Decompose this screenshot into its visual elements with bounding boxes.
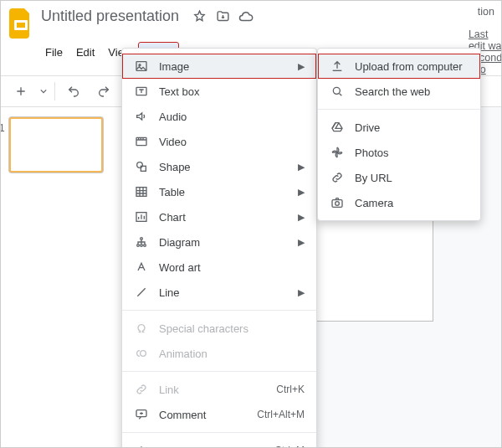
omega-icon [134, 321, 149, 336]
insert-item-chart[interactable]: Chart▶ [122, 204, 316, 229]
diagram-icon [134, 234, 149, 250]
menu-item-label: Special characters [159, 322, 305, 335]
table-icon [134, 184, 149, 199]
video-icon [134, 134, 149, 149]
svg-point-9 [137, 162, 143, 168]
chevron-down-icon[interactable] [39, 84, 48, 99]
insert-item-new-slide[interactable]: New slideCtrl+M [122, 438, 316, 448]
image-submenu-item-by-url[interactable]: By URL [318, 165, 480, 190]
svg-point-20 [333, 87, 340, 94]
svg-point-16 [144, 245, 146, 247]
menu-item-label: Comment [159, 409, 247, 421]
svg-point-15 [141, 245, 143, 247]
insert-item-image[interactable]: Image▶ [122, 54, 316, 79]
new-slide-button[interactable] [9, 80, 33, 103]
image-icon [134, 59, 149, 74]
menu-item-label: Upload from computer [355, 60, 469, 73]
move-to-folder-icon[interactable] [215, 9, 230, 24]
insert-item-animation: Animation [122, 341, 316, 366]
menu-item-label: Video [159, 136, 305, 148]
image-submenu-item-camera[interactable]: Camera [318, 190, 480, 215]
menu-item-label: Shape [159, 161, 288, 173]
svg-point-6 [139, 64, 141, 66]
insert-item-shape[interactable]: Shape▶ [122, 154, 316, 179]
slides-logo[interactable] [9, 4, 33, 43]
link-icon [134, 382, 149, 397]
separator [54, 82, 55, 100]
svg-rect-1 [17, 23, 25, 28]
insert-item-link: LinkCtrl+K [122, 377, 316, 402]
line-icon [134, 285, 149, 300]
upload-icon [330, 59, 345, 74]
cloud-status-icon[interactable] [238, 9, 254, 24]
menu-item-label: Diagram [159, 236, 288, 249]
menu-item-label: Image [159, 60, 288, 73]
audio-icon [134, 109, 149, 124]
comment-icon [134, 407, 149, 422]
menu-item-label: Table [159, 186, 288, 198]
url-icon [330, 170, 345, 185]
shape-icon [134, 159, 149, 174]
menu-separator [122, 310, 316, 311]
submenu-arrow-icon: ▶ [298, 61, 305, 72]
image-submenu-item-upload-from-computer[interactable]: Upload from computer [318, 54, 480, 79]
svg-point-13 [141, 238, 143, 240]
insert-item-special-characters: Special characters [122, 316, 316, 341]
image-submenu-item-search-the-web[interactable]: Search the web [318, 79, 480, 104]
insert-item-diagram[interactable]: Diagram▶ [122, 229, 316, 255]
insert-menu-panel: Image▶Text boxAudioVideoShape▶Table▶Char… [121, 48, 317, 448]
shortcut-label: Ctrl+K [276, 384, 305, 395]
insert-item-table[interactable]: Table▶ [122, 179, 316, 204]
insert-item-word-art[interactable]: Word art [122, 255, 316, 280]
submenu-arrow-icon: ▶ [298, 162, 305, 173]
menu-separator [122, 432, 316, 433]
svg-rect-21 [332, 200, 342, 208]
image-submenu-item-drive[interactable]: Drive [318, 115, 480, 140]
shortcut-label: Ctrl+Alt+M [257, 409, 305, 420]
menu-item-label: Line [159, 286, 288, 299]
search-icon [330, 84, 345, 99]
menu-item-label: Photos [355, 147, 469, 159]
menu-item-label: Text box [159, 85, 305, 98]
slide-number: 1 [0, 122, 5, 134]
image-submenu-item-photos[interactable]: Photos [318, 140, 480, 165]
insert-item-video[interactable]: Video [122, 129, 316, 154]
textbox-icon [134, 84, 149, 99]
insert-item-audio[interactable]: Audio [122, 104, 316, 129]
star-icon[interactable] [192, 9, 207, 24]
drive-icon [330, 120, 345, 135]
insert-item-comment[interactable]: CommentCtrl+Alt+M [122, 402, 316, 427]
menu-item-label: Drive [355, 121, 469, 134]
menu-separator [318, 109, 480, 110]
chart-icon [134, 209, 149, 224]
camera-icon [330, 195, 345, 210]
menu-item-label: Link [159, 384, 266, 396]
submenu-arrow-icon: ▶ [298, 287, 305, 298]
slide-thumbnail-1[interactable]: 1 [9, 117, 103, 173]
wordart-icon [134, 260, 149, 275]
menu-separator [122, 371, 316, 372]
submenu-arrow-icon: ▶ [298, 212, 305, 223]
photos-icon [330, 145, 345, 160]
insert-item-text-box[interactable]: Text box [122, 79, 316, 104]
animation-icon [134, 346, 149, 361]
menu-file[interactable]: File [39, 43, 69, 62]
doc-title-input[interactable] [39, 6, 185, 27]
svg-rect-11 [136, 188, 146, 197]
slide-thumbnails: 1 [1, 107, 136, 448]
menu-item-label: Word art [159, 261, 305, 274]
svg-point-17 [141, 351, 146, 357]
truncated-text: tion [478, 6, 494, 18]
menu-item-label: Chart [159, 211, 288, 224]
app-window: File Edit View Insert Format Slide Arran… [0, 0, 502, 448]
menu-item-label: Camera [355, 197, 469, 209]
redo-button[interactable] [92, 80, 115, 103]
menu-item-label: Animation [159, 348, 305, 360]
insert-item-line[interactable]: Line▶ [122, 280, 316, 305]
menu-item-label: Audio [159, 111, 305, 123]
svg-point-14 [137, 245, 140, 247]
undo-button[interactable] [62, 80, 85, 103]
submenu-arrow-icon: ▶ [298, 187, 305, 198]
menu-edit[interactable]: Edit [70, 43, 100, 62]
submenu-arrow-icon: ▶ [298, 237, 305, 248]
